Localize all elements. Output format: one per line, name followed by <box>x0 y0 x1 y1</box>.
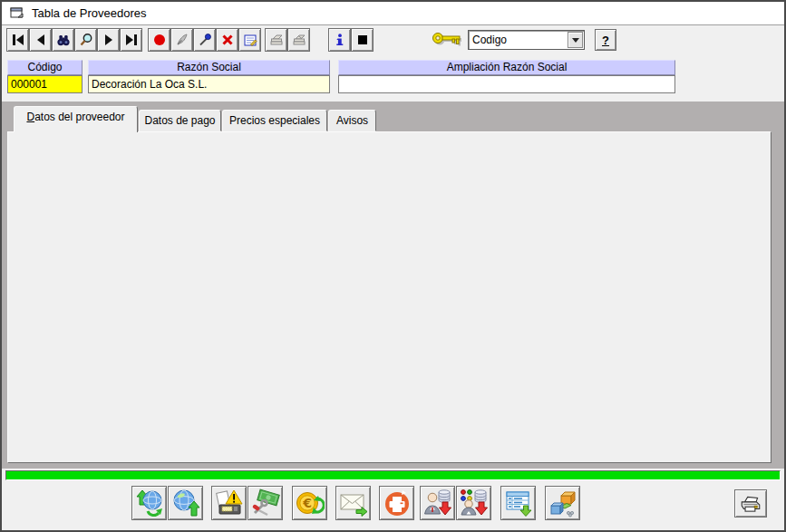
tab-page-datos-proveedor <box>7 131 771 463</box>
packages-button[interactable] <box>545 486 580 520</box>
app-window: Tabla de Proveedores <box>0 0 786 532</box>
key-icon <box>432 29 466 51</box>
globe-upload-sync-icon <box>135 488 164 517</box>
blue-pen-icon <box>198 33 212 47</box>
email-send-icon <box>339 488 368 517</box>
pick-pen-button[interactable] <box>193 28 216 52</box>
tab-label: Datos de pago <box>140 111 220 127</box>
edit-record-button[interactable] <box>170 28 193 52</box>
globe-upload-sync-button[interactable] <box>131 486 167 520</box>
find-binoculars-icon <box>56 33 71 47</box>
import-user-db-colors-button[interactable] <box>456 486 491 520</box>
find-button[interactable] <box>52 28 74 52</box>
magnifier-icon <box>79 33 93 47</box>
paste-book-button[interactable] <box>287 28 310 52</box>
printer-icon <box>739 494 762 514</box>
tab-datos-de-pago[interactable]: Datos de pago <box>139 110 221 131</box>
fax-warning-button[interactable] <box>211 486 247 520</box>
window-title: Tabla de Proveedores <box>32 6 146 20</box>
next-record-button[interactable] <box>97 28 120 52</box>
previous-record-icon <box>34 33 48 47</box>
user-database-download-icon <box>423 488 452 517</box>
stop-button[interactable] <box>351 28 374 52</box>
new-record-button[interactable] <box>148 28 170 52</box>
info-button[interactable] <box>328 28 351 52</box>
send-email-button[interactable] <box>335 486 371 520</box>
tools-money-button[interactable] <box>247 486 283 520</box>
codigo-input[interactable] <box>7 75 82 93</box>
print-orange-icon <box>383 488 412 517</box>
svg-text:€: € <box>302 496 312 510</box>
title-bar: Tabla de Proveedores <box>2 2 784 25</box>
tab-label: Precios especiales <box>223 111 326 127</box>
first-record-button[interactable] <box>6 28 29 52</box>
import-user-db-button[interactable] <box>420 486 455 520</box>
packages-icon <box>548 488 577 517</box>
delete-record-button[interactable] <box>216 28 238 52</box>
next-record-icon <box>102 33 116 47</box>
record-dot-icon <box>152 33 167 47</box>
combo-dropdown-button[interactable] <box>568 32 583 48</box>
ampliacion-input[interactable] <box>338 75 675 93</box>
copy-book-button[interactable] <box>265 28 287 52</box>
form-window-icon <box>10 6 24 21</box>
help-button[interactable]: ? <box>595 29 616 51</box>
tab-precios-especiales[interactable]: Precios especiales <box>222 110 327 131</box>
quill-disabled-icon <box>175 33 189 47</box>
key-field-value: Codigo <box>469 34 568 46</box>
codigo-label: Código <box>7 60 82 75</box>
info-icon <box>333 33 347 47</box>
stop-square-icon <box>355 33 370 47</box>
tab-label: Avisos <box>329 111 375 127</box>
last-record-icon <box>124 33 139 47</box>
export-table-button[interactable] <box>500 486 536 520</box>
help-label: ? <box>602 34 609 47</box>
status-green-bar <box>5 470 781 480</box>
delete-x-icon <box>220 33 235 47</box>
key-field-select[interactable]: Codigo <box>468 30 585 50</box>
euro-refresh-button[interactable]: € <box>292 486 327 520</box>
notebook-icon <box>243 33 257 47</box>
chevron-down-icon <box>572 38 579 43</box>
book-stack2-disabled-icon <box>292 33 306 47</box>
tab-label: Datos del proveedor <box>15 107 137 123</box>
print-button[interactable] <box>734 489 767 517</box>
ampliacion-label: Ampliación Razón Social <box>338 60 675 75</box>
previous-record-button[interactable] <box>29 28 52 52</box>
last-record-button[interactable] <box>120 28 142 52</box>
euro-refresh-icon: € <box>296 488 325 517</box>
book-stack-disabled-icon <box>269 33 284 47</box>
first-record-icon <box>11 33 25 47</box>
razon-social-label: Razón Social <box>88 60 330 75</box>
razon-social-input[interactable] <box>88 75 330 93</box>
tab-avisos[interactable]: Avisos <box>328 110 376 131</box>
tab-datos-del-proveedor[interactable]: Datos del proveedor <box>14 106 138 132</box>
globe-upload-button[interactable] <box>168 486 203 520</box>
fax-document-warning-icon <box>215 488 244 517</box>
globe-upload-icon <box>171 488 200 517</box>
search-button[interactable] <box>74 28 97 52</box>
user-database-colors-icon <box>460 488 489 517</box>
table-export-icon <box>504 488 533 517</box>
edit-notes-button[interactable] <box>238 28 261 52</box>
print-orange-button[interactable] <box>379 486 414 520</box>
tools-money-icon <box>251 488 280 517</box>
